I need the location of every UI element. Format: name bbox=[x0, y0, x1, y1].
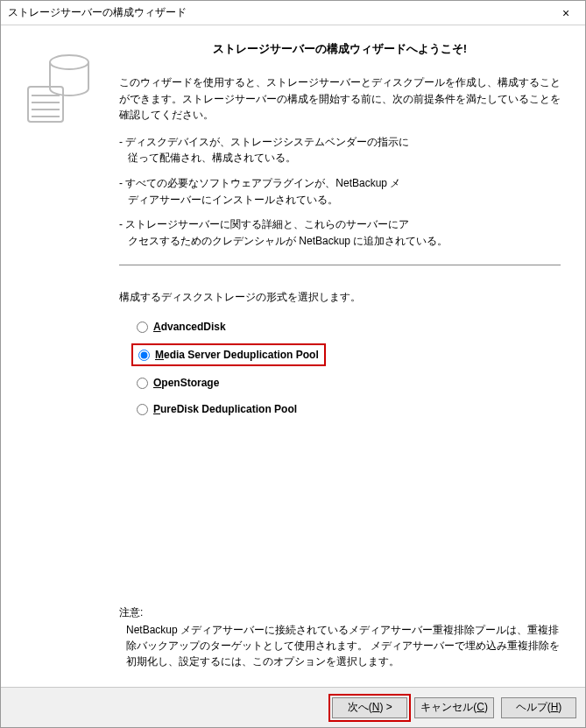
cancel-button-post: ) bbox=[484, 701, 488, 713]
close-icon: × bbox=[562, 6, 569, 20]
radio-label-rest: penStorage bbox=[161, 377, 219, 389]
next-button-post: ) > bbox=[379, 701, 392, 713]
prerequisite-item: - ストレージサーバーに関する詳細と、これらのサーバーにアクセスするためのクレデ… bbox=[119, 216, 561, 249]
help-button[interactable]: ヘルプ(H) bbox=[501, 697, 576, 718]
storage-type-options: AdvancedDiskMedia Server Deduplication P… bbox=[119, 317, 561, 426]
wizard-sidebar bbox=[1, 25, 110, 687]
cancel-button-pre: キャンセル( bbox=[420, 701, 477, 713]
prerequisite-rest: ディアサーバーにインストールされている。 bbox=[119, 192, 561, 209]
prerequisite-rest: 従って配備され、構成されている。 bbox=[119, 150, 561, 166]
help-button-post: ) bbox=[558, 701, 561, 713]
radio-label: AdvancedDisk bbox=[153, 321, 226, 333]
radio-option-opt-puredisk[interactable]: PureDisk Deduplication Pool bbox=[131, 399, 561, 419]
radio-label: Media Server Deduplication Pool bbox=[155, 349, 319, 361]
help-button-pre: ヘルプ( bbox=[516, 701, 551, 713]
dialog-footer: 次へ(N) > キャンセル(C) ヘルプ(H) bbox=[1, 687, 585, 727]
titlebar: ストレージサーバーの構成ウィザード × bbox=[1, 1, 585, 25]
prerequisite-item: - すべての必要なソフトウェアプラグインが、NetBackup メディアサーバー… bbox=[119, 175, 561, 208]
storage-server-icon bbox=[21, 52, 91, 131]
dialog-body: ストレージサーバーの構成ウィザードへようこそ! このウィザードを使用すると、スト… bbox=[1, 25, 585, 687]
next-button[interactable]: 次へ(N) > bbox=[332, 697, 407, 718]
note-title: 注意: bbox=[119, 604, 561, 620]
prerequisites-list: - ディスクデバイスが、ストレージシステムベンダーの指示に従って配備され、構成さ… bbox=[119, 134, 561, 258]
next-button-pre: 次へ( bbox=[348, 701, 372, 713]
radio-input-opt-openstorage[interactable] bbox=[137, 378, 148, 389]
radio-label-rest: ureDisk Deduplication Pool bbox=[160, 403, 297, 415]
prerequisite-item: - ディスクデバイスが、ストレージシステムベンダーの指示に従って配備され、構成さ… bbox=[119, 134, 561, 166]
radio-option-opt-openstorage[interactable]: OpenStorage bbox=[131, 373, 561, 392]
note-body: NetBackup メディアサーバーに接続されているメディアサーバー重複排除プー… bbox=[119, 622, 561, 669]
radio-label: OpenStorage bbox=[153, 377, 219, 389]
radio-option-opt-msdp[interactable]: Media Server Deduplication Pool bbox=[131, 343, 326, 366]
radio-option-opt-advanced[interactable]: AdvancedDisk bbox=[131, 317, 561, 336]
radio-label-rest: dvancedDisk bbox=[161, 321, 226, 333]
separator bbox=[119, 265, 561, 265]
radio-mnemonic: M bbox=[155, 349, 164, 361]
svg-point-0 bbox=[50, 55, 88, 69]
radio-label: PureDisk Deduplication Pool bbox=[153, 403, 297, 415]
radio-label-rest: edia Server Deduplication Pool bbox=[164, 349, 319, 361]
prerequisite-lead: - すべての必要なソフトウェアプラグインが、NetBackup メ bbox=[119, 177, 400, 189]
cancel-button[interactable]: キャンセル(C) bbox=[414, 697, 494, 718]
close-button[interactable]: × bbox=[548, 3, 583, 24]
select-storage-type-label: 構成するディスクストレージの形式を選択します。 bbox=[119, 290, 561, 305]
prerequisite-rest: クセスするためのクレデンシャルが NetBackup に追加されている。 bbox=[119, 233, 561, 250]
welcome-heading: ストレージサーバーの構成ウィザードへようこそ! bbox=[119, 41, 561, 57]
window-title: ストレージサーバーの構成ウィザード bbox=[8, 5, 548, 20]
radio-mnemonic: O bbox=[153, 377, 161, 389]
wizard-content: ストレージサーバーの構成ウィザードへようこそ! このウィザードを使用すると、スト… bbox=[110, 25, 585, 687]
prerequisite-lead: - ストレージサーバーに関する詳細と、これらのサーバーにア bbox=[119, 218, 409, 230]
radio-input-opt-msdp[interactable] bbox=[138, 350, 150, 361]
radio-input-opt-advanced[interactable] bbox=[137, 322, 148, 333]
radio-input-opt-puredisk[interactable] bbox=[137, 404, 148, 415]
radio-mnemonic: A bbox=[153, 321, 161, 333]
cancel-button-mnemonic: C bbox=[477, 701, 484, 713]
note-block: 注意: NetBackup メディアサーバーに接続されているメディアサーバー重複… bbox=[119, 604, 561, 678]
radio-mnemonic: P bbox=[153, 403, 160, 415]
intro-paragraph: このウィザードを使用すると、ストレージサーバーとディスクプールを作成し、構成する… bbox=[119, 74, 561, 124]
prerequisite-lead: - ディスクデバイスが、ストレージシステムベンダーの指示に bbox=[119, 136, 409, 148]
